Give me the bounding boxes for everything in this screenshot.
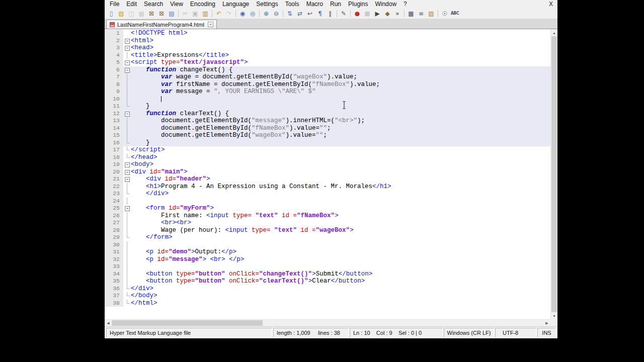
monitoring-icon[interactable]: ☉: [440, 9, 449, 18]
fold-toggle-icon[interactable]: [123, 161, 131, 168]
close-icon[interactable]: ⊠: [147, 9, 156, 18]
menu-language[interactable]: Language: [219, 0, 253, 8]
window-close-button[interactable]: X: [549, 0, 553, 8]
spell-check-icon[interactable]: ABC: [450, 9, 459, 18]
menu-encoding[interactable]: Encoding: [187, 0, 219, 8]
code-line-32[interactable]: 32 <p id="message"> <br> </p>: [105, 256, 550, 263]
code-line-26[interactable]: 26 First name: <input type= "text" id ="…: [105, 212, 550, 220]
paste-icon[interactable]: ▥: [201, 9, 210, 18]
fold-toggle-icon[interactable]: [123, 110, 131, 118]
cut-icon[interactable]: ✂: [181, 9, 190, 18]
find-icon[interactable]: ◉: [238, 9, 247, 18]
code-line-30[interactable]: 30: [105, 241, 550, 249]
code-line-14[interactable]: 14 document.getElementById("fNameBox").v…: [105, 125, 550, 132]
fold-toggle-icon[interactable]: [123, 44, 131, 52]
user-defined-dialog-icon[interactable]: ✎: [339, 9, 348, 18]
print-icon[interactable]: ▤: [167, 9, 176, 18]
menu-window[interactable]: Window: [371, 0, 400, 8]
code-line-7[interactable]: 7 var wage = document.getElementById("wa…: [105, 73, 550, 81]
macro-stop-icon[interactable]: ■: [363, 9, 372, 18]
show-all-characters-icon[interactable]: ¶: [315, 9, 325, 18]
horizontal-scrollbar-thumb[interactable]: [112, 320, 263, 326]
code-line-36[interactable]: 36</div>: [105, 285, 550, 293]
fold-toggle-icon[interactable]: [123, 175, 131, 183]
undo-icon[interactable]: ↶: [214, 9, 223, 18]
menu-plugins[interactable]: Plugins: [345, 0, 371, 8]
code-line-37[interactable]: 37</body>: [105, 292, 550, 300]
tab-close-icon[interactable]: ×: [208, 22, 213, 27]
code-line-38[interactable]: 38</html>: [105, 300, 550, 307]
indent-guide-icon[interactable]: ∥: [326, 9, 335, 18]
word-wrap-icon[interactable]: ↩: [305, 9, 314, 18]
save-icon[interactable]: ◫: [127, 9, 136, 18]
sync-horizontal-icon[interactable]: ⇄: [295, 9, 304, 18]
document-map-icon[interactable]: ▩: [407, 9, 416, 18]
document-list-icon[interactable]: ≡: [417, 9, 426, 18]
code-line-16[interactable]: 16 }: [105, 139, 550, 147]
code-line-17[interactable]: 17</script>: [105, 146, 550, 154]
macro-record-icon[interactable]: ●: [353, 9, 362, 18]
code-line-27[interactable]: 27 <br><br>: [105, 219, 550, 227]
code-line-4[interactable]: 4<title>Expressions</title>: [105, 52, 550, 59]
open-file-icon[interactable]: ▧: [117, 9, 126, 18]
menu-help[interactable]: ?: [400, 0, 411, 8]
code-area[interactable]: 1<!DOCTYPE html>2<html>3<head>4<title>Ex…: [105, 29, 550, 319]
replace-icon[interactable]: ◎: [248, 9, 257, 18]
code-line-22[interactable]: 22 <h1>Program 4 - An Expression using a…: [105, 183, 550, 191]
close-all-icon[interactable]: ⊠: [157, 9, 166, 18]
code-line-10[interactable]: 10: [105, 96, 550, 103]
code-line-21[interactable]: 21 <div id="header">: [105, 175, 550, 183]
code-line-20[interactable]: 20<div id="main">: [105, 168, 550, 176]
redo-icon[interactable]: ↷: [224, 9, 233, 18]
save-all-icon[interactable]: ▦: [137, 9, 146, 18]
code-line-2[interactable]: 2<html>: [105, 37, 550, 45]
tab-active[interactable]: LastNameFirstNameProgram4.html ×: [106, 20, 217, 29]
menu-run[interactable]: Run: [327, 0, 345, 8]
menu-tools[interactable]: Tools: [282, 0, 303, 8]
scroll-left-icon[interactable]: ◀: [105, 321, 112, 325]
scroll-down-icon[interactable]: ▼: [551, 312, 557, 319]
code-line-1[interactable]: 1<!DOCTYPE html>: [105, 30, 550, 37]
code-line-13[interactable]: 13 document.getElementById("message").in…: [105, 117, 550, 125]
code-line-15[interactable]: 15 document.getElementById("wageBox").va…: [105, 132, 550, 139]
sync-vertical-icon[interactable]: ⇅: [285, 9, 294, 18]
code-line-35[interactable]: 35 <button type="button" onClick="clearT…: [105, 278, 550, 285]
code-line-3[interactable]: 3<head>: [105, 44, 550, 52]
code-line-18[interactable]: 18</head>: [105, 154, 550, 161]
macro-play-icon[interactable]: ▶: [373, 9, 382, 18]
fold-toggle-icon[interactable]: [123, 66, 131, 74]
menu-macro[interactable]: Macro: [303, 0, 327, 8]
horizontal-scrollbar[interactable]: ◀ ▶: [105, 319, 550, 326]
scroll-right-icon[interactable]: ▶: [543, 321, 550, 325]
fold-toggle-icon[interactable]: [123, 59, 131, 66]
code-line-6[interactable]: 6 function changeText() {: [105, 66, 550, 74]
fold-toggle-icon[interactable]: [123, 168, 131, 176]
macro-save-icon[interactable]: ◆: [383, 9, 392, 18]
scroll-up-icon[interactable]: ▲: [551, 29, 557, 36]
fold-toggle-icon[interactable]: [123, 37, 131, 45]
code-line-12[interactable]: 12 function clearText() {: [105, 110, 550, 118]
menu-search[interactable]: Search: [140, 0, 167, 8]
vertical-scrollbar[interactable]: ▲ ▼: [550, 29, 557, 319]
code-line-9[interactable]: 9 var message = ", YOUR EARNINGS \"ARE\"…: [105, 88, 550, 96]
code-line-8[interactable]: 8 var firstName = document.getElementByI…: [105, 81, 550, 88]
code-line-34[interactable]: 34 <button type="button" onClick="change…: [105, 270, 550, 278]
code-line-31[interactable]: 31 <p id="demo">Output:</p>: [105, 248, 550, 256]
code-line-11[interactable]: 11 }: [105, 103, 550, 110]
code-line-23[interactable]: 23 </div>: [105, 190, 550, 198]
macro-run-multiple-icon[interactable]: »: [393, 9, 402, 18]
code-line-29[interactable]: 29 </form>: [105, 234, 550, 241]
code-line-25[interactable]: 25 <form id="myForm">: [105, 205, 550, 212]
menu-edit[interactable]: Edit: [123, 0, 140, 8]
zoom-out-icon[interactable]: ⊖: [272, 9, 281, 18]
code-line-5[interactable]: 5<script type="text/javascript">: [105, 59, 550, 66]
code-line-28[interactable]: 28 Wage (per hour): <input type= "text" …: [105, 227, 550, 234]
code-line-24[interactable]: 24: [105, 198, 550, 205]
new-file-icon[interactable]: ▯: [107, 9, 116, 18]
code-line-33[interactable]: 33: [105, 263, 550, 270]
folder-as-workspace-icon[interactable]: ▨: [427, 9, 436, 18]
vertical-scrollbar-thumb[interactable]: [551, 36, 557, 312]
menu-settings[interactable]: Settings: [253, 0, 281, 8]
code-line-19[interactable]: 19<body>: [105, 161, 550, 168]
menu-file[interactable]: File: [106, 0, 123, 8]
